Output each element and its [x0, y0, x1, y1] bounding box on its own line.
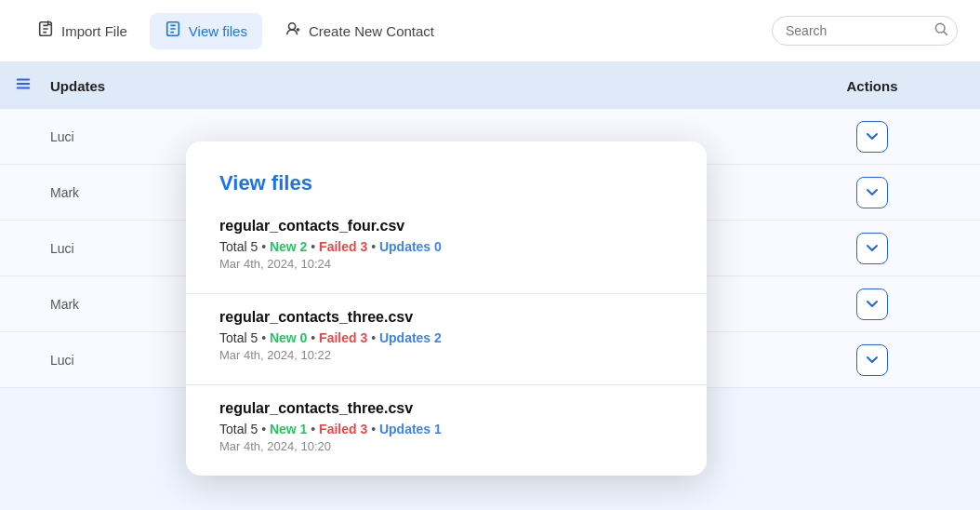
file-stats-2: Total 5 • New 0 • Failed 3 • Updates 2 — [219, 330, 673, 345]
stat-new-3: New 1 — [270, 422, 307, 436]
file-item-2: regular_contacts_three.csv Total 5 • New… — [219, 309, 673, 362]
file-stats-3: Total 5 • New 1 • Failed 3 • Updates 1 — [219, 422, 673, 436]
file-date-1: Mar 4th, 2024, 10:24 — [219, 257, 673, 271]
view-files-label: View files — [189, 23, 247, 39]
svg-point-3 — [935, 23, 945, 33]
create-contact-icon — [285, 20, 301, 42]
import-file-label: Import File — [61, 23, 127, 39]
stat-updates-2: Updates 2 — [379, 330, 442, 345]
file-stats-1: Total 5 • New 2 • Failed 3 • Updates 0 — [219, 239, 673, 254]
stat-updates-3: Updates 1 — [379, 422, 442, 436]
create-new-contact-nav[interactable]: Create New Contact — [270, 13, 449, 49]
stat-new-1: New 2 — [270, 239, 307, 254]
stat-total-1: Total 5 — [219, 239, 258, 254]
import-file-icon — [37, 20, 54, 42]
stat-new-2: New 0 — [270, 330, 307, 345]
file-date-2: Mar 4th, 2024, 10:22 — [219, 348, 673, 362]
stat-updates-1: Updates 0 — [379, 239, 442, 254]
import-file-nav[interactable]: Import File — [22, 13, 142, 49]
view-files-modal: View files regular_contacts_four.csv Tot… — [186, 141, 707, 476]
stat-total-3: Total 5 — [219, 422, 258, 436]
stat-failed-1: Failed 3 — [319, 239, 367, 254]
modal-overlay: View files regular_contacts_four.csv Tot… — [0, 62, 980, 510]
view-files-icon — [165, 20, 181, 42]
create-new-contact-label: Create New Contact — [309, 23, 434, 39]
stat-failed-2: Failed 3 — [319, 330, 367, 345]
view-files-nav[interactable]: View files — [150, 13, 262, 49]
stat-failed-3: Failed 3 — [319, 422, 367, 436]
modal-title: View files — [219, 171, 673, 195]
file-name-3: regular_contacts_three.csv — [219, 400, 673, 417]
svg-point-2 — [288, 22, 295, 29]
top-nav: Import File View files Create New Contac… — [0, 0, 980, 62]
stat-total-2: Total 5 — [219, 330, 258, 345]
file-name-2: regular_contacts_three.csv — [219, 309, 673, 326]
table-area: Updates Actions Luci Mark — [0, 62, 980, 510]
file-name-1: regular_contacts_four.csv — [219, 218, 673, 235]
search-input[interactable] — [772, 16, 958, 46]
file-date-3: Mar 4th, 2024, 10:20 — [219, 439, 673, 453]
file-item-1: regular_contacts_four.csv Total 5 • New … — [219, 218, 673, 271]
file-item-3: regular_contacts_three.csv Total 5 • New… — [219, 400, 673, 453]
search-container — [772, 16, 958, 46]
search-icon — [934, 21, 948, 40]
